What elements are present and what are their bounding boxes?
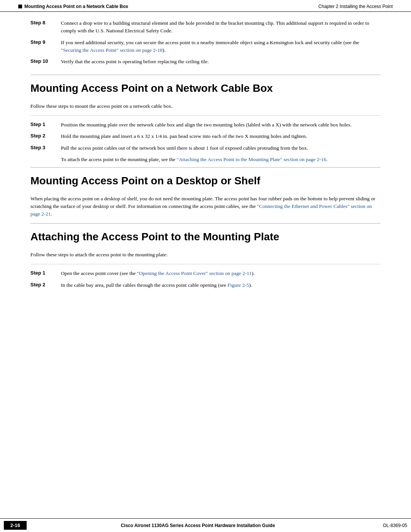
table-row: Step 1 Position the mounting plate over … (30, 121, 381, 129)
header-section-title: Mounting Access Point on a Network Cable… (24, 4, 128, 9)
footer-title: Cisco Aironet 1130AG Series Access Point… (27, 523, 369, 528)
step-9-content: If you need additional security, you can… (61, 39, 381, 54)
header-icon (18, 5, 22, 8)
section1-note: To attach the access point to the mounti… (61, 156, 381, 163)
section1-heading: Mounting Access Point on a Network Cable… (30, 82, 381, 95)
s3-step1-link[interactable]: "Opening the Access Point Cover" section… (137, 270, 252, 276)
step-8-content: Connect a drop wire to a building struct… (61, 19, 381, 35)
footer-page-number: 2-16 (4, 521, 27, 530)
header-chapter: Chapter 2 Installing the Access Point (319, 4, 393, 9)
divider-3 (30, 223, 381, 224)
section3-intro: Follow these steps to attach the access … (30, 251, 381, 259)
thin-rule-2 (30, 264, 381, 264)
table-row: Step 9 If you need additional security, … (30, 39, 381, 54)
s1-step3-label: Step 3 (30, 144, 61, 150)
table-row: Step 3 Pull the access point cables out … (30, 144, 381, 152)
step-10-content: Verify that the access point is operatin… (61, 58, 381, 66)
section3-heading: Attaching the Access Point to the Mounti… (30, 230, 381, 243)
header-right: Chapter 2 Installing the Access Point (319, 4, 393, 9)
section-network-cable-box: Mounting Access Point on a Network Cable… (30, 82, 381, 163)
page-header: Mounting Access Point on a Network Cable… (0, 0, 411, 12)
table-row: Step 2 In the cable bay area, pull the c… (30, 281, 381, 289)
s3-step2-link[interactable]: Figure 2-5 (228, 282, 249, 288)
header-left: Mounting Access Point on a Network Cable… (18, 4, 128, 9)
section-attaching: Attaching the Access Point to the Mounti… (30, 230, 381, 289)
section1-note-after: . (326, 157, 327, 162)
s3-step1-content: Open the access point cover (see the "Op… (61, 270, 381, 277)
step-9-label: Step 9 (30, 39, 61, 45)
table-row: Step 2 Hold the mounting plate and inser… (30, 133, 381, 140)
section-desktop-shelf: Mounting Access Point on a Desktop or Sh… (30, 174, 381, 218)
s3-step1-before: Open the access point cover (see the (61, 270, 137, 276)
s1-step3-content: Pull the access point cables out of the … (61, 144, 381, 152)
table-row: Step 10 Verify that the access point is … (30, 58, 381, 66)
section1-note-link[interactable]: "Attaching the Access Point to the Mount… (177, 157, 326, 162)
s1-step2-content: Hold the mounting plate and insert a 6 x… (61, 133, 381, 140)
s1-step1-label: Step 1 (30, 121, 61, 127)
step-9-text-after: ). (162, 47, 166, 53)
section1-note-row: To attach the access point to the mounti… (30, 156, 381, 163)
section2-body-after: . (51, 211, 52, 217)
s3-step1-after: ). (252, 270, 255, 276)
s1-step2-label: Step 2 (30, 133, 61, 139)
s3-step2-content: In the cable bay area, pull the cables t… (61, 281, 381, 289)
top-steps-section: Step 8 Connect a drop wire to a building… (30, 19, 381, 66)
divider-1 (30, 75, 381, 75)
section2-heading: Mounting Access Point on a Desktop or Sh… (30, 174, 381, 187)
footer-doc-number: OL-8369-05 (369, 523, 407, 528)
s3-step2-before: In the cable bay area, pull the cables t… (61, 282, 228, 288)
s3-step2-after: ). (249, 282, 252, 288)
step-10-label: Step 10 (30, 58, 61, 64)
thin-rule-1 (30, 115, 381, 116)
step-9-text-before: If you need additional security, you can… (61, 40, 359, 45)
divider-2 (30, 167, 381, 168)
s1-step1-content: Position the mounting plate over the net… (61, 121, 381, 129)
table-row: Step 1 Open the access point cover (see … (30, 270, 381, 277)
s3-step2-label: Step 2 (30, 281, 61, 288)
table-row: Step 8 Connect a drop wire to a building… (30, 19, 381, 35)
step-9-link[interactable]: "Securing the Access Point" section on p… (61, 47, 162, 53)
page-content: Step 8 Connect a drop wire to a building… (0, 12, 411, 532)
section1-intro: Follow these steps to mount the access p… (30, 102, 381, 110)
section3-steps: Step 1 Open the access point cover (see … (30, 270, 381, 289)
section2-body: When placing the access point on a deskt… (30, 195, 381, 218)
page-footer: 2-16 Cisco Aironet 1130AG Series Access … (0, 518, 411, 532)
section1-note-before: To attach the access point to the mounti… (61, 157, 177, 162)
section1-steps: Step 1 Position the mounting plate over … (30, 121, 381, 163)
step-8-label: Step 8 (30, 19, 61, 26)
s3-step1-label: Step 1 (30, 270, 61, 276)
section1-note-spacer (30, 156, 61, 156)
